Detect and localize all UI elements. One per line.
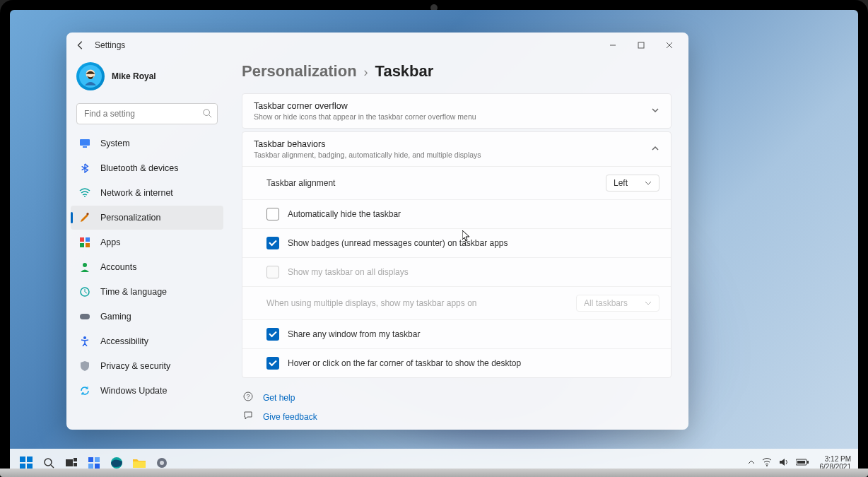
setting-label: Taskbar alignment [266,178,606,188]
svg-line-5 [209,115,212,118]
nav-label: Windows Update [100,386,168,396]
svg-point-8 [84,196,86,197]
nav-accounts[interactable]: Accounts [71,255,223,279]
checkbox-multi-display [266,266,279,278]
tray-time: 3:12 PM [820,455,852,464]
svg-rect-40 [797,461,805,464]
checkbox-peek-desktop[interactable] [266,357,279,370]
checkbox-badges[interactable] [266,237,279,249]
accessibility-icon [79,336,90,347]
svg-rect-30 [95,457,100,462]
widgets-icon [88,457,100,469]
svg-point-37 [766,465,768,466]
profile-name: Mike Royal [112,71,156,81]
app-title: Settings [95,40,125,50]
setting-label: Automatically hide the taskbar [288,209,659,219]
setting-label: When using multiple displays, show my ta… [266,298,576,308]
tray-battery[interactable] [796,459,809,467]
checkbox-autohide[interactable] [266,208,279,220]
laptop-base [0,469,868,477]
chevron-down-icon [645,179,652,187]
nav-personalization[interactable]: Personalization [71,206,223,230]
setting-label: Share any window from my taskbar [288,329,659,339]
tray-overflow-button[interactable] [748,459,755,467]
avatar-person-icon [79,65,102,88]
card-subtitle: Show or hide icons that appear in the ta… [254,112,476,121]
card-corner-overflow: Taskbar corner overflow Show or hide ico… [242,93,671,129]
card-subtitle: Taskbar alignment, badging, automaticall… [254,151,481,159]
svg-text:?: ? [246,393,250,400]
svg-rect-20 [20,457,25,462]
edge-icon [110,457,123,469]
chevron-down-icon [645,300,652,307]
dropdown-multi-display-apps: All taskbars [576,295,659,312]
nav-label: Time & language [100,287,167,297]
maximize-button[interactable] [628,35,655,55]
window-controls [599,35,683,55]
card-taskbar-behaviors: Taskbar behaviors Taskbar alignment, bad… [242,131,671,378]
row-multi-display-apps: When using multiple displays, show my ta… [242,287,671,320]
apps-icon [79,237,90,248]
svg-point-36 [160,461,164,465]
search-icon [202,108,212,118]
link-label: Give feedback [263,412,317,422]
nav-system[interactable]: System [71,131,223,155]
nav-label: Bluetooth & devices [100,163,179,173]
row-badges: Show badges (unread messages counter) on… [242,229,671,258]
tray-volume[interactable] [779,458,789,468]
main-content: Personalization › Taskbar Taskbar corner… [228,58,688,430]
nav-label: Apps [100,237,121,247]
svg-rect-10 [80,237,84,242]
setting-label: Hover or click on the far corner of task… [288,358,659,368]
arrow-left-icon [76,40,86,50]
dropdown-alignment[interactable]: Left [606,175,659,192]
chevron-down-icon [651,105,659,117]
speaker-icon [779,458,789,466]
close-button[interactable] [656,35,683,55]
row-taskbar-alignment: Taskbar alignment Left [242,167,671,200]
nav-gaming[interactable]: Gaming [71,305,223,329]
svg-rect-31 [88,464,93,469]
clock-globe-icon [79,286,90,298]
folder-icon [133,458,146,468]
svg-rect-12 [80,243,84,247]
back-button[interactable] [72,37,89,54]
close-icon [666,42,673,49]
feedback-icon [243,411,254,423]
shield-icon [79,360,90,372]
nav-label: Accessibility [100,336,148,346]
nav-privacy[interactable]: Privacy & security [71,354,223,378]
nav-accessibility[interactable]: Accessibility [71,329,223,353]
nav-label: Privacy & security [100,361,170,371]
link-get-help[interactable]: ? Get help [242,388,671,407]
nav-apps[interactable]: Apps [71,230,223,254]
nav-label: Personalization [100,213,160,223]
nav-bluetooth[interactable]: Bluetooth & devices [71,156,223,180]
nav-label: Accounts [100,262,136,272]
nav-update[interactable]: Windows Update [71,379,223,403]
profile[interactable]: Mike Royal [71,58,223,100]
svg-rect-26 [66,459,73,466]
chevron-up-icon [651,143,659,155]
svg-point-24 [45,459,52,466]
breadcrumb-parent[interactable]: Personalization [242,62,357,81]
svg-rect-34 [133,461,146,468]
sidebar: Mike Royal System Bluetooth & d [66,58,228,430]
nav-network[interactable]: Network & internet [71,181,223,205]
svg-point-14 [83,263,87,267]
card-header-overflow[interactable]: Taskbar corner overflow Show or hide ico… [242,94,671,128]
paintbrush-icon [79,212,90,223]
checkbox-share-window[interactable] [266,328,279,341]
svg-rect-27 [74,458,77,461]
tray-wifi[interactable] [762,458,772,468]
nav-time[interactable]: Time & language [71,280,223,304]
update-icon [79,385,90,396]
card-header-behaviors[interactable]: Taskbar behaviors Taskbar alignment, bad… [242,132,671,166]
minimize-button[interactable] [599,35,626,55]
link-give-feedback[interactable]: Give feedback [242,407,671,426]
windows-logo-icon [20,457,33,469]
person-icon [79,261,90,273]
search-input[interactable] [76,103,218,124]
svg-rect-6 [80,139,90,146]
svg-point-4 [204,110,210,116]
